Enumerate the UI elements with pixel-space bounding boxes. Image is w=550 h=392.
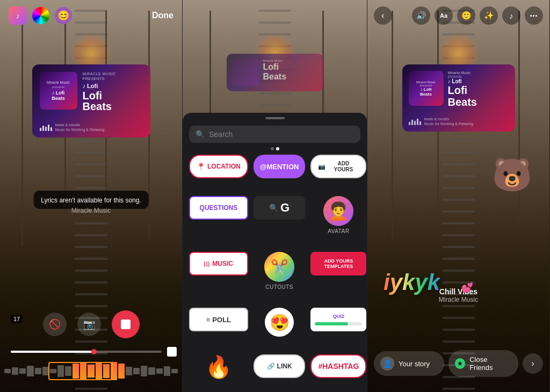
sticker-button[interactable]: 🙂 — [457, 6, 475, 25]
color-filter-icon[interactable] — [32, 7, 49, 24]
giphy-label: G — [280, 201, 290, 215]
quiz-label: QUIZ — [333, 314, 345, 319]
lyrics-text: Lyrics aren't available for this song. — [41, 197, 141, 204]
page-dot-active[interactable] — [276, 147, 279, 150]
play-bar: beats & moods Music for Working & Relaxi… — [402, 114, 515, 132]
effects-button[interactable]: ✨ — [480, 6, 498, 25]
close-friends-label: Close Friends — [469, 355, 512, 372]
play-bar-segment — [409, 122, 410, 125]
wf-bar — [12, 367, 18, 375]
sticker-item-templates[interactable]: ADD YOURSTEMPLATES — [310, 252, 366, 302]
location-icon: 📍 — [197, 163, 205, 171]
addyours-badge: 📷 ADD YOURS — [310, 155, 366, 178]
sticker-sheet: 🔍 Search 📍 LOCATION @MENTION — [183, 113, 367, 392]
play-bar-segment — [419, 121, 421, 125]
sticker-item-fire[interactable]: 🔥 — [189, 354, 248, 392]
sticker-item-cutouts[interactable]: ✂️ CUTOUTS — [254, 252, 306, 302]
bar5 — [50, 127, 52, 131]
timeline-scrubber[interactable] — [91, 349, 97, 354]
back-button[interactable]: ‹ — [374, 6, 392, 25]
more-button[interactable]: ••• — [525, 6, 543, 25]
music-text: Miracle Music presents ♪ Lofi LofiBeats — [448, 71, 477, 108]
sticker-item-location[interactable]: 📍 LOCATION — [189, 155, 248, 191]
cutouts-label: CUTOUTS — [265, 284, 293, 290]
play-bar-segment — [417, 119, 418, 125]
search-placeholder: Search — [209, 130, 233, 139]
sticker-icon: 🙂 — [461, 11, 472, 20]
avatar-circle: 🧑‍🦱 — [323, 196, 353, 226]
hashtag-badge: #HASHTAG — [310, 354, 366, 378]
sticker-item-hashtag[interactable]: #HASHTAG — [310, 354, 366, 392]
music-icon: ♪ — [509, 11, 513, 20]
miracle-label: Miracle Music — [71, 207, 111, 214]
beats-text: Beats — [416, 92, 436, 97]
sticker-item-giphy[interactable]: 🔍 G — [254, 196, 306, 246]
your-story-button[interactable]: 👤 Your story — [374, 351, 444, 376]
wf-bar-active — [118, 364, 125, 379]
poll-icon: ≡ — [206, 316, 211, 324]
sticker-item-link[interactable]: 🔗 LINK — [254, 354, 306, 392]
sound-button[interactable]: 🔊 — [412, 6, 430, 25]
waveform-selection[interactable] — [48, 362, 113, 380]
sticker-item-poll[interactable]: ≡ POLL — [189, 308, 248, 349]
page-indicators — [183, 147, 367, 150]
music-filter-icon[interactable]: ♪ — [9, 6, 27, 25]
music-play-bar: beats & moods Music for Working & Relaxi… — [32, 119, 150, 137]
timeline[interactable]: 17 — [0, 344, 182, 360]
sticker-search[interactable]: 🔍 Search — [189, 126, 360, 143]
play-bar-segment — [414, 121, 416, 125]
done-button[interactable]: Done — [152, 11, 173, 20]
camera-flip-button[interactable]: 📷 — [77, 313, 101, 336]
music-card-inner: Miracle Music presents ♪ Lofi Beats Mira… — [32, 64, 150, 119]
music-note: ♪ Lofi — [83, 83, 116, 89]
close-friends-button[interactable]: ★ Close Friends — [448, 350, 519, 377]
bar3 — [45, 127, 47, 131]
card-presents: presents — [448, 75, 477, 78]
bg-music-card: Miracle Music LofiBeats — [227, 54, 323, 91]
sticker-item-questions[interactable]: QUESTIONS — [189, 196, 248, 246]
wf-bar — [148, 367, 155, 375]
play-meta2: Music for Working & Relaxing — [424, 121, 474, 126]
timeline-track[interactable] — [11, 351, 162, 353]
quiz-badge: QUIZ — [310, 308, 366, 331]
mention-badge: @MENTION — [254, 155, 306, 178]
sticker-item-emoji[interactable]: 😍 — [254, 308, 306, 349]
winnie-pooh-sticker[interactable]: 🐻 — [490, 150, 533, 199]
sticker-item-music[interactable]: ||| MUSIC — [189, 252, 248, 302]
album-art: Miracle Music presents ♪ Lofi Beats — [40, 72, 77, 110]
text-icon: Aa — [440, 12, 447, 19]
play-meta1: beats & moods — [424, 117, 474, 121]
sticker-item-quiz[interactable]: QUIZ — [310, 308, 366, 349]
sticker-item-addyours[interactable]: 📷 ADD YOURS — [310, 155, 366, 191]
search-icon: 🔍 — [196, 130, 205, 139]
panel-stickers: Miracle Music LofiBeats 🔍 Search 📍 LOCAT — [183, 0, 367, 392]
send-button[interactable]: › — [523, 353, 543, 374]
text-button[interactable]: Aa — [435, 6, 453, 25]
sticker-filter-icon[interactable]: 😊 — [55, 7, 72, 24]
location-badge: 📍 LOCATION — [189, 155, 248, 178]
record-stop-button[interactable] — [112, 310, 140, 338]
timeline-stop-button[interactable] — [167, 347, 177, 357]
music-label: MUSIC — [212, 260, 233, 267]
addyours-label: ADD YOURS — [328, 161, 359, 172]
music-button[interactable]: ♪ — [502, 6, 520, 25]
music-meta2: Music for Working & Relaxing — [55, 127, 105, 132]
close-friends-icon: ★ — [455, 358, 466, 369]
wf-bar — [171, 369, 178, 373]
sticker-item-avatar[interactable]: 🧑‍🦱 AVATAR — [310, 196, 366, 246]
sheet-handle[interactable] — [265, 117, 285, 119]
no-action-button[interactable]: 🚫 — [43, 313, 67, 336]
music-badge: ||| MUSIC — [189, 252, 248, 275]
music-brand: Miracle Music — [83, 72, 116, 76]
sticker-item-mention[interactable]: @MENTION — [254, 155, 306, 191]
card-note: ♪ Lofi — [448, 78, 477, 84]
page-dot[interactable] — [271, 147, 274, 150]
smiley-emoji: 😊 — [57, 10, 69, 21]
poll-badge: ≡ POLL — [189, 308, 248, 331]
send-icon: › — [531, 359, 534, 368]
card-brand: Miracle Music — [448, 71, 477, 75]
templates-badge: ADD YOURSTEMPLATES — [310, 252, 366, 275]
bottom-controls: 🚫 📷 — [0, 310, 182, 338]
iykyk-sticker[interactable]: iykyk — [383, 270, 440, 295]
timeline-counter: 17 — [11, 315, 23, 323]
